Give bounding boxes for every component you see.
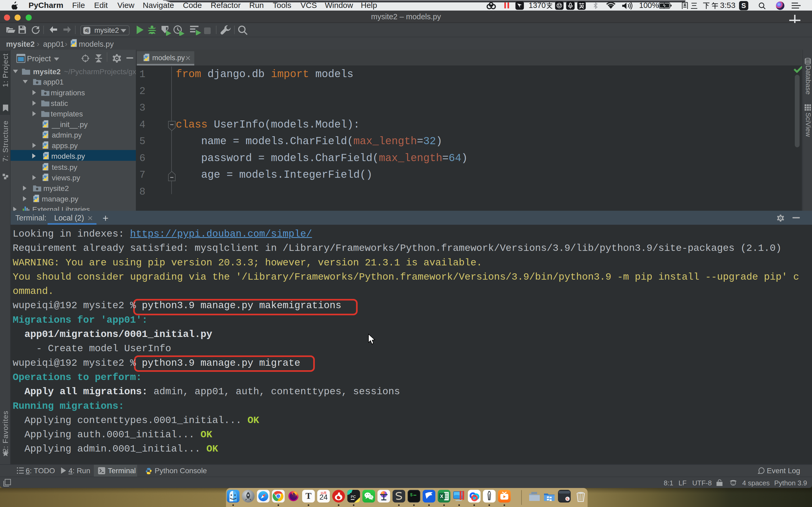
svg-text:X: X — [440, 494, 443, 499]
svg-text:S: S — [566, 497, 568, 501]
svg-text:$: $ — [410, 493, 413, 498]
svg-text:PC: PC — [351, 495, 356, 499]
